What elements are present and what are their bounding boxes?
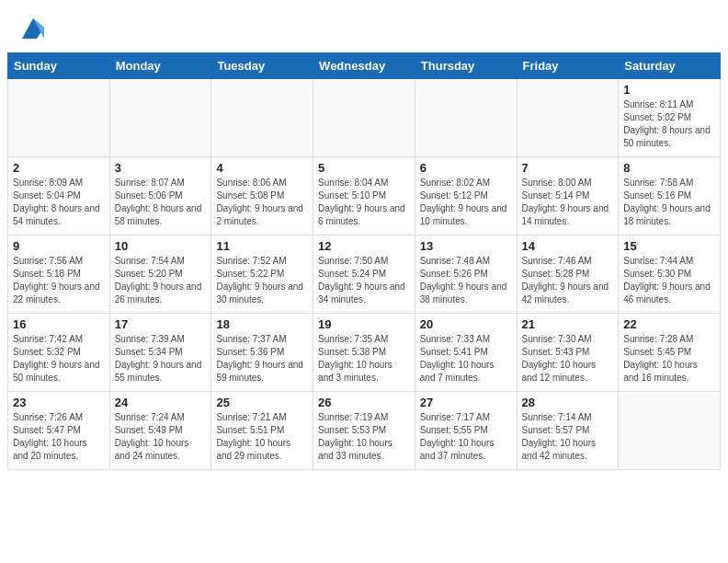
day-number: 14 [522, 239, 614, 253]
day-number: 21 [522, 317, 614, 331]
day-info: Sunrise: 7:44 AM Sunset: 5:30 PM Dayligh… [623, 255, 715, 306]
day-cell: 9Sunrise: 7:56 AM Sunset: 5:18 PM Daylig… [8, 236, 110, 314]
week-row-1: 2Sunrise: 8:09 AM Sunset: 5:04 PM Daylig… [8, 157, 721, 236]
day-info: Sunrise: 7:17 AM Sunset: 5:55 PM Dayligh… [420, 411, 512, 463]
header-cell-friday: Friday [517, 53, 619, 79]
week-row-2: 9Sunrise: 7:56 AM Sunset: 5:18 PM Daylig… [8, 236, 721, 314]
day-cell: 7Sunrise: 8:00 AM Sunset: 5:14 PM Daylig… [517, 157, 619, 236]
week-row-4: 23Sunrise: 7:26 AM Sunset: 5:47 PM Dayli… [8, 392, 721, 470]
logo-icon [20, 15, 46, 40]
day-info: Sunrise: 7:21 AM Sunset: 5:51 PM Dayligh… [216, 411, 308, 463]
header-cell-sunday: Sunday [8, 53, 110, 79]
day-number: 15 [623, 239, 715, 253]
day-cell: 20Sunrise: 7:33 AM Sunset: 5:41 PM Dayli… [415, 314, 517, 392]
day-cell: 21Sunrise: 7:30 AM Sunset: 5:43 PM Dayli… [517, 314, 619, 392]
week-row-0: 1Sunrise: 8:11 AM Sunset: 5:02 PM Daylig… [8, 79, 721, 157]
day-number: 7 [522, 161, 614, 175]
day-info: Sunrise: 7:19 AM Sunset: 5:53 PM Dayligh… [318, 411, 410, 463]
day-cell: 27Sunrise: 7:17 AM Sunset: 5:55 PM Dayli… [415, 392, 517, 470]
day-number: 11 [216, 239, 308, 253]
day-number: 25 [216, 396, 308, 409]
day-number: 4 [216, 161, 308, 175]
day-number: 26 [318, 396, 410, 409]
day-info: Sunrise: 7:52 AM Sunset: 5:22 PM Dayligh… [216, 255, 308, 306]
calendar-body: 1Sunrise: 8:11 AM Sunset: 5:02 PM Daylig… [8, 79, 721, 470]
day-info: Sunrise: 7:24 AM Sunset: 5:49 PM Dayligh… [115, 411, 207, 463]
day-cell [109, 79, 211, 157]
day-number: 12 [318, 239, 410, 253]
day-cell: 4Sunrise: 8:06 AM Sunset: 5:08 PM Daylig… [211, 157, 313, 236]
day-info: Sunrise: 8:09 AM Sunset: 5:04 PM Dayligh… [13, 177, 105, 228]
day-number: 28 [522, 396, 614, 409]
day-info: Sunrise: 8:06 AM Sunset: 5:08 PM Dayligh… [216, 177, 308, 228]
day-cell: 2Sunrise: 8:09 AM Sunset: 5:04 PM Daylig… [8, 157, 110, 236]
day-info: Sunrise: 8:04 AM Sunset: 5:10 PM Dayligh… [318, 177, 410, 228]
day-cell: 18Sunrise: 7:37 AM Sunset: 5:36 PM Dayli… [211, 314, 313, 392]
day-cell [619, 392, 721, 470]
header-row: SundayMondayTuesdayWednesdayThursdayFrid… [8, 53, 721, 79]
day-cell: 15Sunrise: 7:44 AM Sunset: 5:30 PM Dayli… [619, 236, 721, 314]
logo-block [18, 15, 46, 45]
day-info: Sunrise: 7:39 AM Sunset: 5:34 PM Dayligh… [115, 333, 207, 385]
day-cell [211, 79, 313, 157]
day-cell: 12Sunrise: 7:50 AM Sunset: 5:24 PM Dayli… [313, 236, 415, 314]
day-number: 23 [13, 396, 105, 409]
day-info: Sunrise: 7:56 AM Sunset: 5:18 PM Dayligh… [13, 255, 105, 306]
day-number: 27 [420, 396, 512, 409]
day-cell: 24Sunrise: 7:24 AM Sunset: 5:49 PM Dayli… [109, 392, 211, 470]
day-number: 18 [216, 317, 308, 331]
day-cell: 5Sunrise: 8:04 AM Sunset: 5:10 PM Daylig… [313, 157, 415, 236]
day-cell: 17Sunrise: 7:39 AM Sunset: 5:34 PM Dayli… [109, 314, 211, 392]
day-cell [313, 79, 415, 157]
day-cell: 13Sunrise: 7:48 AM Sunset: 5:26 PM Dayli… [415, 236, 517, 314]
header-cell-tuesday: Tuesday [211, 53, 313, 79]
day-number: 17 [115, 317, 207, 331]
day-info: Sunrise: 7:54 AM Sunset: 5:20 PM Dayligh… [115, 255, 207, 306]
day-info: Sunrise: 7:28 AM Sunset: 5:45 PM Dayligh… [623, 333, 715, 385]
day-info: Sunrise: 7:35 AM Sunset: 5:38 PM Dayligh… [318, 333, 410, 385]
day-info: Sunrise: 8:00 AM Sunset: 5:14 PM Dayligh… [522, 177, 614, 228]
day-cell: 10Sunrise: 7:54 AM Sunset: 5:20 PM Dayli… [109, 236, 211, 314]
day-cell: 8Sunrise: 7:58 AM Sunset: 5:16 PM Daylig… [619, 157, 721, 236]
day-number: 3 [115, 161, 207, 175]
day-number: 20 [420, 317, 512, 331]
day-cell: 6Sunrise: 8:02 AM Sunset: 5:12 PM Daylig… [415, 157, 517, 236]
day-cell: 22Sunrise: 7:28 AM Sunset: 5:45 PM Dayli… [619, 314, 721, 392]
day-number: 1 [623, 83, 715, 97]
calendar-header: SundayMondayTuesdayWednesdayThursdayFrid… [8, 53, 721, 79]
day-info: Sunrise: 7:33 AM Sunset: 5:41 PM Dayligh… [420, 333, 512, 385]
day-info: Sunrise: 7:30 AM Sunset: 5:43 PM Dayligh… [522, 333, 614, 385]
day-cell: 26Sunrise: 7:19 AM Sunset: 5:53 PM Dayli… [313, 392, 415, 470]
logo [18, 15, 46, 45]
day-number: 9 [13, 239, 105, 253]
day-info: Sunrise: 7:26 AM Sunset: 5:47 PM Dayligh… [13, 411, 105, 463]
day-number: 19 [318, 317, 410, 331]
day-number: 24 [115, 396, 207, 409]
day-cell: 1Sunrise: 8:11 AM Sunset: 5:02 PM Daylig… [619, 79, 721, 157]
day-info: Sunrise: 7:42 AM Sunset: 5:32 PM Dayligh… [13, 333, 105, 385]
day-info: Sunrise: 8:02 AM Sunset: 5:12 PM Dayligh… [420, 177, 512, 228]
day-info: Sunrise: 7:48 AM Sunset: 5:26 PM Dayligh… [420, 255, 512, 306]
day-info: Sunrise: 7:37 AM Sunset: 5:36 PM Dayligh… [216, 333, 308, 385]
day-cell: 28Sunrise: 7:14 AM Sunset: 5:57 PM Dayli… [517, 392, 619, 470]
calendar-table: SundayMondayTuesdayWednesdayThursdayFrid… [7, 52, 721, 470]
day-cell: 11Sunrise: 7:52 AM Sunset: 5:22 PM Dayli… [211, 236, 313, 314]
header-cell-monday: Monday [109, 53, 211, 79]
day-info: Sunrise: 7:58 AM Sunset: 5:16 PM Dayligh… [623, 177, 715, 228]
header-cell-wednesday: Wednesday [313, 53, 415, 79]
day-cell: 25Sunrise: 7:21 AM Sunset: 5:51 PM Dayli… [211, 392, 313, 470]
page-header [0, 0, 728, 52]
day-info: Sunrise: 7:46 AM Sunset: 5:28 PM Dayligh… [522, 255, 614, 306]
day-info: Sunrise: 8:11 AM Sunset: 5:02 PM Dayligh… [623, 98, 715, 150]
day-number: 16 [13, 317, 105, 331]
day-cell: 23Sunrise: 7:26 AM Sunset: 5:47 PM Dayli… [8, 392, 110, 470]
day-number: 8 [623, 161, 715, 175]
day-number: 10 [115, 239, 207, 253]
week-row-3: 16Sunrise: 7:42 AM Sunset: 5:32 PM Dayli… [8, 314, 721, 392]
day-cell [415, 79, 517, 157]
day-cell: 19Sunrise: 7:35 AM Sunset: 5:38 PM Dayli… [313, 314, 415, 392]
header-cell-thursday: Thursday [415, 53, 517, 79]
day-number: 6 [420, 161, 512, 175]
day-cell: 16Sunrise: 7:42 AM Sunset: 5:32 PM Dayli… [8, 314, 110, 392]
day-number: 2 [13, 161, 105, 175]
